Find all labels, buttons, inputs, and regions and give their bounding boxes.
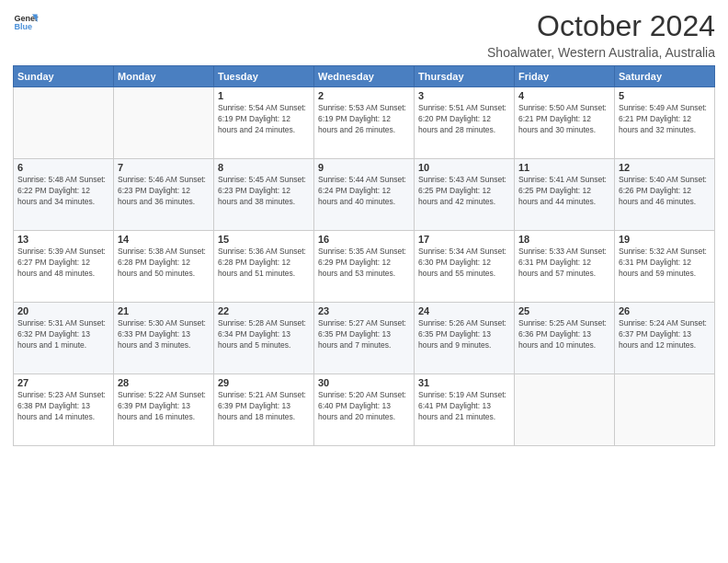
svg-text:Blue: Blue xyxy=(14,22,32,31)
cell-content: Sunrise: 5:30 AM Sunset: 6:33 PM Dayligh… xyxy=(118,318,210,351)
calendar-cell: 15Sunrise: 5:36 AM Sunset: 6:28 PM Dayli… xyxy=(214,231,314,303)
calendar-cell: 22Sunrise: 5:28 AM Sunset: 6:34 PM Dayli… xyxy=(214,303,314,374)
subtitle: Shoalwater, Western Australia, Australia xyxy=(487,45,715,60)
main-title: October 2024 xyxy=(487,9,715,43)
day-number: 31 xyxy=(418,377,510,388)
cell-content: Sunrise: 5:34 AM Sunset: 6:30 PM Dayligh… xyxy=(418,247,510,280)
cell-content: Sunrise: 5:23 AM Sunset: 6:38 PM Dayligh… xyxy=(17,390,109,423)
calendar-cell: 27Sunrise: 5:23 AM Sunset: 6:38 PM Dayli… xyxy=(14,374,114,446)
calendar-cell: 2Sunrise: 5:53 AM Sunset: 6:19 PM Daylig… xyxy=(314,87,415,159)
day-number: 25 xyxy=(518,305,610,316)
cell-content: Sunrise: 5:51 AM Sunset: 6:20 PM Dayligh… xyxy=(418,103,510,136)
calendar-cell: 21Sunrise: 5:30 AM Sunset: 6:33 PM Dayli… xyxy=(114,303,214,374)
cell-content: Sunrise: 5:54 AM Sunset: 6:19 PM Dayligh… xyxy=(218,103,310,136)
col-wednesday: Wednesday xyxy=(314,66,415,87)
logo: General Blue xyxy=(13,9,39,35)
calendar-week-4: 20Sunrise: 5:31 AM Sunset: 6:32 PM Dayli… xyxy=(14,303,715,374)
day-number: 15 xyxy=(218,234,310,245)
cell-content: Sunrise: 5:48 AM Sunset: 6:22 PM Dayligh… xyxy=(17,175,109,208)
calendar-cell: 12Sunrise: 5:40 AM Sunset: 6:26 PM Dayli… xyxy=(615,159,715,231)
day-number: 8 xyxy=(218,162,310,173)
day-number: 5 xyxy=(619,90,711,101)
day-number: 1 xyxy=(218,90,310,101)
day-number: 10 xyxy=(418,162,510,173)
day-number: 28 xyxy=(118,377,210,388)
calendar-page: General Blue October 2024 Shoalwater, We… xyxy=(0,0,728,563)
calendar-cell: 28Sunrise: 5:22 AM Sunset: 6:39 PM Dayli… xyxy=(114,374,214,446)
col-thursday: Thursday xyxy=(415,66,515,87)
cell-content: Sunrise: 5:39 AM Sunset: 6:27 PM Dayligh… xyxy=(17,247,109,280)
cell-content: Sunrise: 5:33 AM Sunset: 6:31 PM Dayligh… xyxy=(518,247,610,280)
calendar-cell: 23Sunrise: 5:27 AM Sunset: 6:35 PM Dayli… xyxy=(314,303,415,374)
cell-content: Sunrise: 5:41 AM Sunset: 6:25 PM Dayligh… xyxy=(518,175,610,208)
day-number: 16 xyxy=(318,234,410,245)
calendar-week-3: 13Sunrise: 5:39 AM Sunset: 6:27 PM Dayli… xyxy=(14,231,715,303)
day-number: 12 xyxy=(619,162,711,173)
day-number: 2 xyxy=(318,90,410,101)
header: General Blue October 2024 Shoalwater, We… xyxy=(13,9,715,60)
calendar-cell: 14Sunrise: 5:38 AM Sunset: 6:28 PM Dayli… xyxy=(114,231,214,303)
day-number: 17 xyxy=(418,234,510,245)
calendar-cell xyxy=(515,374,615,446)
day-number: 30 xyxy=(318,377,410,388)
calendar-cell: 18Sunrise: 5:33 AM Sunset: 6:31 PM Dayli… xyxy=(515,231,615,303)
calendar-cell: 7Sunrise: 5:46 AM Sunset: 6:23 PM Daylig… xyxy=(114,159,214,231)
cell-content: Sunrise: 5:31 AM Sunset: 6:32 PM Dayligh… xyxy=(17,318,109,351)
calendar-week-1: 1Sunrise: 5:54 AM Sunset: 6:19 PM Daylig… xyxy=(14,87,715,159)
cell-content: Sunrise: 5:20 AM Sunset: 6:40 PM Dayligh… xyxy=(318,390,410,423)
cell-content: Sunrise: 5:44 AM Sunset: 6:24 PM Dayligh… xyxy=(318,175,410,208)
day-number: 4 xyxy=(518,90,610,101)
logo-icon: General Blue xyxy=(13,9,39,35)
calendar-cell: 16Sunrise: 5:35 AM Sunset: 6:29 PM Dayli… xyxy=(314,231,415,303)
day-number: 14 xyxy=(118,234,210,245)
col-saturday: Saturday xyxy=(615,66,715,87)
calendar-cell: 8Sunrise: 5:45 AM Sunset: 6:23 PM Daylig… xyxy=(214,159,314,231)
calendar-cell: 26Sunrise: 5:24 AM Sunset: 6:37 PM Dayli… xyxy=(615,303,715,374)
day-number: 6 xyxy=(17,162,109,173)
calendar-cell: 20Sunrise: 5:31 AM Sunset: 6:32 PM Dayli… xyxy=(14,303,114,374)
day-number: 9 xyxy=(318,162,410,173)
cell-content: Sunrise: 5:43 AM Sunset: 6:25 PM Dayligh… xyxy=(418,175,510,208)
cell-content: Sunrise: 5:26 AM Sunset: 6:35 PM Dayligh… xyxy=(418,318,510,351)
title-block: October 2024 Shoalwater, Western Austral… xyxy=(487,9,715,60)
calendar-cell: 9Sunrise: 5:44 AM Sunset: 6:24 PM Daylig… xyxy=(314,159,415,231)
day-number: 22 xyxy=(218,305,310,316)
calendar-cell: 24Sunrise: 5:26 AM Sunset: 6:35 PM Dayli… xyxy=(415,303,515,374)
col-sunday: Sunday xyxy=(14,66,114,87)
calendar-cell: 6Sunrise: 5:48 AM Sunset: 6:22 PM Daylig… xyxy=(14,159,114,231)
cell-content: Sunrise: 5:22 AM Sunset: 6:39 PM Dayligh… xyxy=(118,390,210,423)
calendar-cell: 30Sunrise: 5:20 AM Sunset: 6:40 PM Dayli… xyxy=(314,374,415,446)
day-number: 7 xyxy=(118,162,210,173)
calendar-cell: 19Sunrise: 5:32 AM Sunset: 6:31 PM Dayli… xyxy=(615,231,715,303)
day-number: 23 xyxy=(318,305,410,316)
cell-content: Sunrise: 5:53 AM Sunset: 6:19 PM Dayligh… xyxy=(318,103,410,136)
cell-content: Sunrise: 5:27 AM Sunset: 6:35 PM Dayligh… xyxy=(318,318,410,351)
day-number: 24 xyxy=(418,305,510,316)
cell-content: Sunrise: 5:21 AM Sunset: 6:39 PM Dayligh… xyxy=(218,390,310,423)
cell-content: Sunrise: 5:40 AM Sunset: 6:26 PM Dayligh… xyxy=(619,175,711,208)
cell-content: Sunrise: 5:49 AM Sunset: 6:21 PM Dayligh… xyxy=(619,103,711,136)
day-number: 11 xyxy=(518,162,610,173)
calendar-week-2: 6Sunrise: 5:48 AM Sunset: 6:22 PM Daylig… xyxy=(14,159,715,231)
cell-content: Sunrise: 5:32 AM Sunset: 6:31 PM Dayligh… xyxy=(619,247,711,280)
day-number: 21 xyxy=(118,305,210,316)
calendar-week-5: 27Sunrise: 5:23 AM Sunset: 6:38 PM Dayli… xyxy=(14,374,715,446)
col-monday: Monday xyxy=(114,66,214,87)
col-friday: Friday xyxy=(515,66,615,87)
day-number: 27 xyxy=(17,377,109,388)
cell-content: Sunrise: 5:46 AM Sunset: 6:23 PM Dayligh… xyxy=(118,175,210,208)
cell-content: Sunrise: 5:35 AM Sunset: 6:29 PM Dayligh… xyxy=(318,247,410,280)
day-number: 18 xyxy=(518,234,610,245)
col-tuesday: Tuesday xyxy=(214,66,314,87)
calendar-cell: 17Sunrise: 5:34 AM Sunset: 6:30 PM Dayli… xyxy=(415,231,515,303)
calendar-cell: 4Sunrise: 5:50 AM Sunset: 6:21 PM Daylig… xyxy=(515,87,615,159)
cell-content: Sunrise: 5:50 AM Sunset: 6:21 PM Dayligh… xyxy=(518,103,610,136)
cell-content: Sunrise: 5:28 AM Sunset: 6:34 PM Dayligh… xyxy=(218,318,310,351)
calendar-cell: 13Sunrise: 5:39 AM Sunset: 6:27 PM Dayli… xyxy=(14,231,114,303)
cell-content: Sunrise: 5:45 AM Sunset: 6:23 PM Dayligh… xyxy=(218,175,310,208)
calendar-cell: 10Sunrise: 5:43 AM Sunset: 6:25 PM Dayli… xyxy=(415,159,515,231)
calendar-cell: 5Sunrise: 5:49 AM Sunset: 6:21 PM Daylig… xyxy=(615,87,715,159)
day-number: 3 xyxy=(418,90,510,101)
calendar-cell: 31Sunrise: 5:19 AM Sunset: 6:41 PM Dayli… xyxy=(415,374,515,446)
calendar-cell xyxy=(14,87,114,159)
